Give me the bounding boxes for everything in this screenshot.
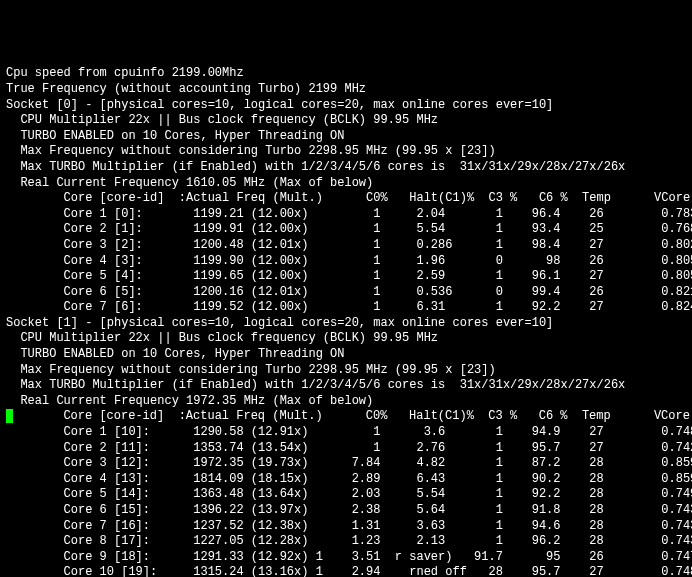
core-row: Core 3 [2]: 1200.48 (12.01x) 1 0.286 1 9… — [6, 238, 686, 254]
core-row: Core 5 [14]: 1363.48 (13.64x) 2.03 5.54 … — [6, 487, 686, 503]
core-row: Core 3 [12]: 1972.35 (19.73x) 7.84 4.82 … — [6, 456, 686, 472]
core-row: Core 2 [11]: 1353.74 (13.54x) 1 2.76 1 9… — [6, 441, 686, 457]
core-row: Core 1 [0]: 1199.21 (12.00x) 1 2.04 1 96… — [6, 207, 686, 223]
real-current-line: Real Current Frequency 1610.05 MHz (Max … — [6, 176, 686, 192]
turbo-enabled-line: TURBO ENABLED on 10 Cores, Hyper Threadi… — [6, 129, 686, 145]
table-header: Core [core-id] :Actual Freq (Mult.) C0% … — [6, 191, 686, 207]
terminal-cursor — [6, 409, 13, 423]
cpu-multiplier-line: CPU Multiplier 22x || Bus clock frequenc… — [6, 113, 686, 129]
core-row: Core 7 [6]: 1199.52 (12.00x) 1 6.31 1 92… — [6, 300, 686, 316]
core-row: Core 2 [1]: 1199.91 (12.00x) 1 5.54 1 93… — [6, 222, 686, 238]
core-row: Core 4 [3]: 1199.90 (12.00x) 1 1.96 0 98… — [6, 254, 686, 270]
turbo-enabled-line: TURBO ENABLED on 10 Cores, Hyper Threadi… — [6, 347, 686, 363]
terminal-output[interactable]: Cpu speed from cpuinfo 2199.00MhzTrue Fr… — [6, 66, 686, 577]
max-freq-line: Max Frequency without considering Turbo … — [6, 144, 686, 160]
core-row: Core 5 [4]: 1199.65 (12.00x) 1 2.59 1 96… — [6, 269, 686, 285]
max-turbo-line: Max TURBO Multiplier (if Enabled) with 1… — [6, 378, 686, 394]
core-row: Core 1 [10]: 1290.58 (12.91x) 1 3.6 1 94… — [6, 425, 686, 441]
cpu-speed-line: Cpu speed from cpuinfo 2199.00Mhz — [6, 66, 686, 82]
core-row: Core 4 [13]: 1814.09 (18.15x) 2.89 6.43 … — [6, 472, 686, 488]
core-row: Core 9 [18]: 1291.33 (12.92x) 1 3.51 r s… — [6, 550, 686, 566]
table-header: Core [core-id] :Actual Freq (Mult.) C0% … — [6, 409, 686, 425]
core-row: Core 6 [5]: 1200.16 (12.01x) 1 0.536 0 9… — [6, 285, 686, 301]
real-current-line: Real Current Frequency 1972.35 MHz (Max … — [6, 394, 686, 410]
core-row: Core 6 [15]: 1396.22 (13.97x) 2.38 5.64 … — [6, 503, 686, 519]
max-freq-line: Max Frequency without considering Turbo … — [6, 363, 686, 379]
core-row: Core 8 [17]: 1227.05 (12.28x) 1.23 2.13 … — [6, 534, 686, 550]
core-row: Core 7 [16]: 1237.52 (12.38x) 1.31 3.63 … — [6, 519, 686, 535]
true-freq-line: True Frequency (without accounting Turbo… — [6, 82, 686, 98]
socket-header: Socket [1] - [physical cores=10, logical… — [6, 316, 686, 332]
socket-header: Socket [0] - [physical cores=10, logical… — [6, 98, 686, 114]
cpu-multiplier-line: CPU Multiplier 22x || Bus clock frequenc… — [6, 331, 686, 347]
max-turbo-line: Max TURBO Multiplier (if Enabled) with 1… — [6, 160, 686, 176]
core-row: Core 10 [19]: 1315.24 (13.16x) 1 2.94 rn… — [6, 565, 686, 577]
